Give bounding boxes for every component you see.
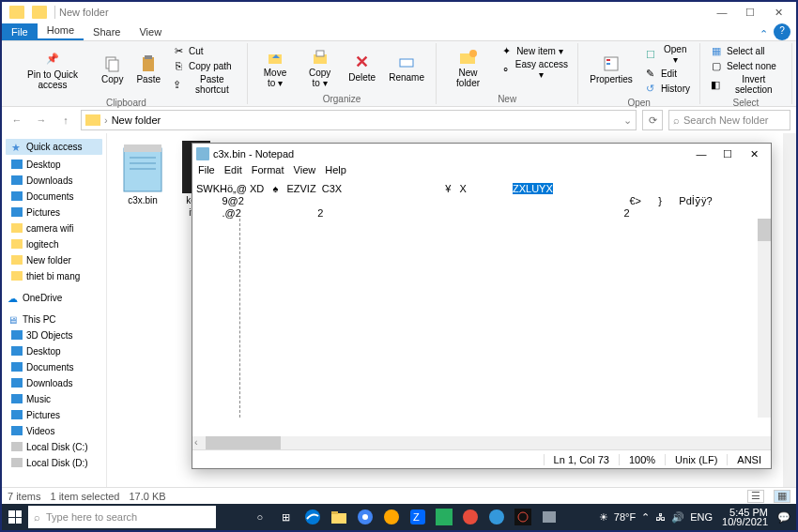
sidebar-item[interactable]: Desktop [2,157,106,173]
app-icon[interactable] [379,506,404,528]
network-icon[interactable]: 🖧 [655,511,666,523]
sidebar-item[interactable]: logitech [2,236,106,252]
notifications-icon[interactable]: 💬 [777,511,790,524]
tray-chevron-icon[interactable]: ⌃ [641,511,650,524]
newfolder-icon [459,48,478,67]
tab-home[interactable]: Home [38,22,84,40]
notepad-close-button[interactable]: ✕ [741,144,767,163]
notepad-scrollbar-v[interactable] [758,219,771,418]
newitem-button[interactable]: ✦New item ▾ [496,43,572,58]
notepad-scrollbar-h[interactable]: ‹ [192,436,771,449]
folder-icon [11,160,23,171]
edit-button[interactable]: ✎Edit [640,66,694,81]
folder-icon [11,191,23,203]
help-button[interactable]: ? [774,23,790,40]
sidebar-item[interactable]: Downloads [2,173,106,189]
menu-edit[interactable]: Edit [224,164,242,181]
sidebar-item[interactable]: Documents [2,189,106,205]
moveto-button[interactable]: Move to ▾ [253,43,297,92]
taskbar-clock[interactable]: 5:45 PM 10/9/2021 [718,508,772,526]
sidebar-quickaccess[interactable]: ★Quick access [6,139,102,155]
menu-view[interactable]: View [294,164,316,181]
notepad-maximize-button[interactable]: ☐ [714,144,741,163]
menu-help[interactable]: Help [325,164,346,181]
maximize-button[interactable]: ☐ [736,3,764,22]
app-icon[interactable] [484,506,509,528]
tab-view[interactable]: View [130,23,171,40]
sidebar-item[interactable]: thiet bi mang [2,268,106,284]
sidebar-item[interactable]: Pictures [2,205,106,220]
paste-button[interactable]: Paste [130,43,166,96]
notepad-titlebar[interactable]: c3x.bin - Notepad — ☐ ✕ [192,144,771,164]
sidebar-item[interactable]: Pictures [2,407,106,423]
svg-point-39 [362,514,368,520]
invertselection-button[interactable]: ◧Invert selection [706,73,786,96]
cortana-icon[interactable]: ○ [248,506,272,528]
delete-button[interactable]: ✕Delete [343,43,381,92]
ribbon-collapse[interactable]: ⌃ [760,28,768,40]
explorer-icon[interactable] [327,506,351,528]
sidebar-item[interactable]: New folder [2,252,106,268]
sidebar-item[interactable]: Downloads [2,375,106,391]
sidebar-item[interactable]: 3D Objects [2,327,106,343]
zalo-icon[interactable]: Z [406,506,430,528]
app-icon[interactable] [537,506,561,528]
sidebar-item[interactable]: Videos [2,423,106,439]
pin-quickaccess-button[interactable]: 📌Pin to Quick access [11,43,94,96]
pasteshortcut-button[interactable]: ⇪Paste shortcut [168,73,241,96]
cut-button[interactable]: ✂Cut [168,43,241,58]
rename-button[interactable]: Rename [383,43,430,92]
taskview-icon[interactable]: ⊞ [274,506,299,528]
sidebar-item[interactable]: camera wifi [2,220,106,236]
view-icons-button[interactable]: ▦ [774,490,790,503]
tab-share[interactable]: Share [84,23,130,40]
forward-button[interactable]: → [32,111,51,129]
taskbar-search[interactable]: ⌕Type here to search [28,506,216,528]
chrome-icon[interactable] [353,506,377,528]
open-button[interactable]: ☐Open ▾ [640,43,694,66]
selectnone-button[interactable]: ▢Select none [706,58,786,73]
edge-icon[interactable] [300,506,325,528]
menu-file[interactable]: File [198,164,215,181]
selectall-button[interactable]: ▦Select all [706,43,786,58]
tab-file[interactable]: File [2,23,38,40]
system-tray[interactable]: ☀ 78°F ⌃ 🖧 🔊 ENG 5:45 PM 10/9/2021 💬 [593,508,796,526]
history-button[interactable]: ↺History [640,81,694,96]
back-button[interactable]: ← [8,111,26,129]
sidebar-item[interactable]: Desktop [2,343,106,359]
menu-format[interactable]: Format [252,164,284,181]
notepad-textarea[interactable]: SWKHö„@ XD ♠ EZVIZ C3X¥ X ZXLUYX 9@2 €> … [192,181,771,436]
app-icon[interactable] [458,506,483,528]
address-input[interactable]: › New folder ⌄ [81,110,637,130]
refresh-button[interactable]: ⟳ [642,110,663,130]
minimize-button[interactable]: — [708,3,736,22]
copy-button[interactable]: Copy [96,43,129,96]
sidebar-onedrive[interactable]: ☁OneDrive [2,290,106,306]
sidebar-thispc[interactable]: 🖥This PC [2,312,106,327]
app-icon[interactable] [432,506,456,528]
search-input[interactable]: ⌕ Search New folder [668,110,790,130]
status-enc: ANSI [727,454,771,465]
volume-icon[interactable]: 🔊 [671,511,684,524]
file-item[interactable]: c3x.bin [115,141,171,205]
easyaccess-button[interactable]: ⚬Easy access ▾ [496,58,572,81]
scrollbar-vertical[interactable] [783,133,796,487]
notepad-minimize-button[interactable]: — [688,144,714,163]
properties-button[interactable]: Properties [584,43,638,96]
copyto-button[interactable]: Copy to ▾ [299,43,341,92]
close-button[interactable]: ✕ [764,3,792,22]
newfolder-button[interactable]: New folder [442,43,494,92]
sidebar-item[interactable]: Local Disk (C:) [2,439,106,455]
sidebar-item[interactable]: Local Disk (D:) [2,455,106,471]
windows-logo-icon [8,510,22,524]
view-details-button[interactable]: ☰ [747,490,764,503]
language-indicator[interactable]: ENG [690,511,713,523]
up-button[interactable]: ↑ [56,111,75,129]
sidebar-item[interactable]: Music [2,391,106,407]
svg-rect-1 [109,60,118,71]
start-button[interactable] [2,504,28,530]
sidebar-item[interactable]: Documents [2,359,106,375]
app-icon[interactable] [511,506,535,528]
copypath-button[interactable]: ⎘Copy path [168,58,241,73]
folder-icon [11,410,23,421]
